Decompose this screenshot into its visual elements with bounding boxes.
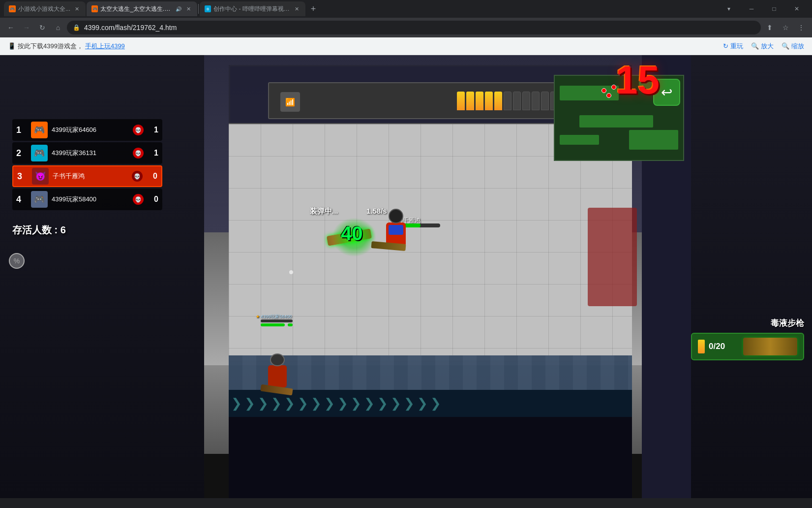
weapon-panel: 毒液步枪 0/20	[691, 318, 804, 360]
tab-2-close[interactable]: ✕	[185, 5, 192, 13]
tab-2[interactable]: 🎮 太空大逃生_太空大逃生.html 🔊 ✕	[87, 1, 197, 16]
address-bar[interactable]: 🔒 4399.com/flash/219762_4.htm	[67, 21, 761, 34]
reload-label: 重玩	[730, 42, 743, 51]
weapon-rack	[268, 82, 583, 119]
ammo-bullet-empty-1	[504, 92, 511, 110]
new-tab-button[interactable]: +	[306, 2, 320, 16]
close-button[interactable]: ✕	[785, 0, 808, 18]
kill-icon-1: 💀	[133, 125, 144, 135]
bookmark-button[interactable]: ☆	[779, 21, 792, 34]
browser-chrome: 🎮 小游戏小游戏大全... ✕ 🎮 太空大逃生_太空大逃生.html 🔊 ✕ B…	[0, 0, 812, 55]
fullscreen-btn[interactable]: 🔍 缩放	[782, 42, 804, 51]
reload-btn[interactable]: ↻ 重玩	[723, 42, 743, 51]
home-button[interactable]: ⌂	[51, 21, 65, 34]
tab-3[interactable]: B 创作中心 - 哔哩哔哩弹幕视频网 ✕	[200, 1, 305, 16]
reload-icon: ↻	[723, 42, 728, 50]
score-row-2: 2 🎮 4399玩家36131 💀 1	[12, 142, 162, 164]
promo-right-btns: ↻ 重玩 🔍 放大 🔍 缩放	[723, 42, 804, 51]
kills-3: 0	[147, 172, 157, 181]
tab-1-favicon: 🎮	[9, 5, 16, 12]
avatar-3: 😈	[32, 168, 49, 185]
ammo-bullet-empty-4	[532, 92, 540, 110]
avatar-2: 🎮	[31, 145, 48, 161]
minimize-button[interactable]: ─	[740, 0, 763, 18]
tab-2-label: 太空大逃生_太空大逃生.html	[100, 5, 172, 13]
kills-2: 1	[148, 149, 158, 158]
zoom-label: 放大	[761, 42, 774, 51]
weapon-sprite	[743, 338, 797, 355]
score-counter: 15	[616, 58, 660, 103]
maximize-button[interactable]: □	[763, 0, 785, 18]
name-4: 4399玩家58400	[52, 195, 129, 204]
address-text: 4399.com/flash/219762_4.htm	[84, 24, 177, 32]
red-carpet	[588, 208, 637, 306]
tab-2-favicon: 🎮	[91, 5, 98, 12]
minimap-dot-1	[601, 88, 606, 93]
weapon-box: 0/20	[691, 333, 804, 360]
bottom-dark-area	[229, 417, 632, 498]
ammo-bullet-2	[466, 92, 474, 110]
lock-icon: 🔒	[73, 24, 80, 31]
reload-text: 装弹中...	[310, 207, 338, 216]
rank-2: 2	[16, 148, 27, 159]
zoom-btn[interactable]: 🔍 放大	[751, 42, 774, 51]
name-2: 4399玩家36131	[52, 149, 129, 158]
name-3: 子书千雁鸿	[53, 172, 128, 181]
kill-icon-3: 💀	[132, 171, 143, 182]
minimap-dot-4	[606, 93, 611, 98]
ammo-bullet-3	[476, 92, 483, 110]
tab-3-close[interactable]: ✕	[293, 5, 301, 13]
menu-button[interactable]: ⋮	[794, 21, 808, 34]
refresh-button[interactable]: ↻	[35, 21, 49, 34]
zoom-icon: 🔍	[751, 42, 759, 50]
damage-number: 40	[341, 222, 363, 245]
forward-button[interactable]: →	[20, 21, 33, 34]
tab-separator-1	[198, 4, 199, 14]
weapon-ammo-icon	[698, 340, 705, 353]
promo-link[interactable]: 手机上玩4399	[85, 42, 125, 51]
score-row-3: 3 😈 子书千雁鸿 💀 0	[12, 165, 162, 187]
name-1: 4399玩家64606	[52, 126, 129, 134]
enemy-character	[386, 222, 406, 247]
tab-bar: 🎮 小游戏小游戏大全... ✕ 🎮 太空大逃生_太空大逃生.html 🔊 ✕ B…	[0, 0, 812, 18]
player-on-platform	[268, 365, 287, 387]
promo-bar: 📱 按此下载4399游戏盒， 手机上玩4399 ↻ 重玩 🔍 放大 🔍 缩放	[0, 37, 812, 55]
back-button[interactable]: ←	[4, 21, 18, 34]
tab-2-audio[interactable]: 🔊	[175, 5, 182, 13]
weapon-ammo-count: 0/20	[709, 342, 725, 351]
scoreboard: 1 🎮 4399玩家64606 💀 1 2 🎮 4399玩家36131 💀 1 …	[12, 119, 162, 212]
score-row-1: 1 🎮 4399玩家64606 💀 1	[12, 119, 162, 141]
nav-bar: ← → ↻ ⌂ 🔒 4399.com/flash/219762_4.htm ⬆ …	[0, 18, 812, 37]
game-area[interactable]: 📶 装弹中... 1.58/s 子书千雁鸿 40	[0, 55, 812, 498]
small-circle-btn[interactable]: %	[9, 253, 25, 269]
reload-rate: 1.58/s	[366, 207, 387, 215]
rank-1: 1	[16, 125, 27, 135]
score-row-4: 4 🎮 4399玩家58400 💀 0	[12, 189, 162, 210]
phone-icon: 📱	[8, 42, 16, 50]
right-bg-panel	[691, 55, 812, 498]
window-controls: ▾ ─ □ ✕	[718, 0, 808, 18]
ammo-bullet-4	[485, 92, 493, 110]
ammo-bullet-5	[494, 92, 502, 110]
tab-3-favicon: B	[205, 5, 211, 12]
promo-text: 按此下载4399游戏盒，	[18, 42, 83, 51]
kills-1: 1	[148, 126, 158, 134]
kill-icon-4: 💀	[133, 194, 144, 205]
fullscreen-label: 缩放	[791, 42, 804, 51]
striped-platform	[229, 355, 632, 390]
rack-icon: 📶	[280, 92, 300, 112]
tab-overflow-btn[interactable]: ▾	[718, 0, 740, 18]
tab-1[interactable]: 🎮 小游戏小游戏大全... ✕	[4, 1, 86, 16]
share-button[interactable]: ⬆	[763, 21, 777, 34]
kills-4: 0	[148, 195, 158, 204]
rank-3: 3	[17, 171, 28, 182]
return-icon: ↩	[661, 84, 672, 100]
tab-1-close[interactable]: ✕	[73, 5, 81, 13]
ammo-bullet-empty-2	[513, 92, 521, 110]
avatar-4: 🎮	[31, 191, 48, 208]
fullscreen-icon: 🔍	[782, 42, 789, 50]
rank-4: 4	[16, 194, 27, 205]
ammo-bullet-empty-5	[541, 92, 549, 110]
tab-1-label: 小游戏小游戏大全...	[18, 5, 70, 13]
kill-icon-2: 💀	[133, 148, 144, 159]
